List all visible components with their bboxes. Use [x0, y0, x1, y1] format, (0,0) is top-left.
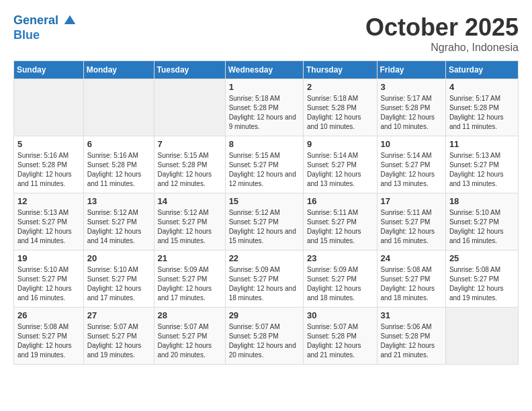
calendar-table: SundayMondayTuesdayWednesdayThursdayFrid… — [13, 60, 519, 365]
day-number: 24 — [381, 253, 442, 263]
day-number: 9 — [307, 139, 373, 149]
calendar-cell — [154, 79, 225, 136]
calendar-cell: 11Sunrise: 5:13 AMSunset: 5:27 PMDayligh… — [445, 136, 518, 193]
day-info: Sunrise: 5:10 AMSunset: 5:27 PMDaylight:… — [17, 265, 80, 303]
week-row-4: 26Sunrise: 5:08 AMSunset: 5:27 PMDayligh… — [14, 308, 519, 365]
calendar-cell: 8Sunrise: 5:15 AMSunset: 5:27 PMDaylight… — [225, 136, 303, 193]
day-number: 30 — [307, 310, 373, 320]
day-number: 14 — [158, 196, 222, 206]
weekday-header-thursday: Thursday — [303, 61, 377, 79]
calendar-cell: 26Sunrise: 5:08 AMSunset: 5:27 PMDayligh… — [14, 308, 84, 365]
day-info: Sunrise: 5:16 AMSunset: 5:28 PMDaylight:… — [87, 151, 150, 189]
calendar-cell: 20Sunrise: 5:10 AMSunset: 5:27 PMDayligh… — [83, 250, 154, 308]
day-info: Sunrise: 5:14 AMSunset: 5:27 PMDaylight:… — [381, 151, 442, 189]
day-info: Sunrise: 5:09 AMSunset: 5:27 PMDaylight:… — [158, 265, 222, 303]
weekday-header-friday: Friday — [377, 61, 445, 79]
page-header: General Blue October 2025 Ngraho, Indone… — [13, 13, 519, 54]
calendar-cell: 16Sunrise: 5:11 AMSunset: 5:27 PMDayligh… — [303, 193, 377, 250]
day-info: Sunrise: 5:15 AMSunset: 5:27 PMDaylight:… — [229, 151, 300, 189]
location: Ngraho, Indonesia — [365, 42, 519, 54]
day-info: Sunrise: 5:10 AMSunset: 5:27 PMDaylight:… — [449, 208, 515, 246]
day-info: Sunrise: 5:09 AMSunset: 5:27 PMDaylight:… — [307, 265, 373, 303]
day-info: Sunrise: 5:14 AMSunset: 5:27 PMDaylight:… — [307, 151, 373, 189]
day-info: Sunrise: 5:16 AMSunset: 5:28 PMDaylight:… — [17, 151, 80, 189]
day-info: Sunrise: 5:12 AMSunset: 5:27 PMDaylight:… — [229, 208, 300, 246]
day-info: Sunrise: 5:08 AMSunset: 5:27 PMDaylight:… — [449, 265, 515, 303]
logo-blue: Blue — [13, 28, 40, 42]
calendar-cell: 1Sunrise: 5:18 AMSunset: 5:28 PMDaylight… — [225, 79, 303, 136]
calendar-cell: 22Sunrise: 5:09 AMSunset: 5:27 PMDayligh… — [225, 250, 303, 308]
calendar-cell: 7Sunrise: 5:15 AMSunset: 5:28 PMDaylight… — [154, 136, 225, 193]
day-number: 20 — [87, 253, 150, 263]
week-row-2: 12Sunrise: 5:13 AMSunset: 5:27 PMDayligh… — [14, 193, 519, 250]
calendar-cell: 14Sunrise: 5:12 AMSunset: 5:27 PMDayligh… — [154, 193, 225, 250]
day-number: 11 — [449, 139, 515, 149]
day-number: 10 — [381, 139, 442, 149]
calendar-cell: 9Sunrise: 5:14 AMSunset: 5:27 PMDaylight… — [303, 136, 377, 193]
day-number: 26 — [17, 310, 80, 320]
calendar-cell: 21Sunrise: 5:09 AMSunset: 5:27 PMDayligh… — [154, 250, 225, 308]
calendar-cell: 4Sunrise: 5:17 AMSunset: 5:28 PMDaylight… — [445, 79, 518, 136]
calendar-cell: 5Sunrise: 5:16 AMSunset: 5:28 PMDaylight… — [14, 136, 84, 193]
calendar-cell: 19Sunrise: 5:10 AMSunset: 5:27 PMDayligh… — [14, 250, 84, 308]
calendar-cell: 3Sunrise: 5:17 AMSunset: 5:28 PMDaylight… — [377, 79, 445, 136]
calendar-cell: 25Sunrise: 5:08 AMSunset: 5:27 PMDayligh… — [445, 250, 518, 308]
calendar-cell: 23Sunrise: 5:09 AMSunset: 5:27 PMDayligh… — [303, 250, 377, 308]
day-info: Sunrise: 5:08 AMSunset: 5:27 PMDaylight:… — [381, 265, 442, 303]
day-number: 5 — [17, 139, 80, 149]
calendar-cell: 31Sunrise: 5:06 AMSunset: 5:28 PMDayligh… — [377, 308, 445, 365]
day-number: 18 — [449, 196, 515, 206]
weekday-header-saturday: Saturday — [445, 61, 518, 79]
day-number: 28 — [158, 310, 222, 320]
weekday-header-row: SundayMondayTuesdayWednesdayThursdayFrid… — [14, 61, 519, 79]
calendar-cell: 28Sunrise: 5:07 AMSunset: 5:27 PMDayligh… — [154, 308, 225, 365]
calendar-cell: 10Sunrise: 5:14 AMSunset: 5:27 PMDayligh… — [377, 136, 445, 193]
day-number: 8 — [229, 139, 300, 149]
day-info: Sunrise: 5:13 AMSunset: 5:27 PMDaylight:… — [17, 208, 80, 246]
day-number: 7 — [158, 139, 222, 149]
day-number: 4 — [449, 82, 515, 92]
week-row-0: 1Sunrise: 5:18 AMSunset: 5:28 PMDaylight… — [14, 79, 519, 136]
day-info: Sunrise: 5:08 AMSunset: 5:27 PMDaylight:… — [17, 322, 80, 360]
day-number: 6 — [87, 139, 150, 149]
month-title: October 2025 — [365, 13, 519, 42]
day-number: 13 — [87, 196, 150, 206]
day-number: 16 — [307, 196, 373, 206]
svg-marker-0 — [64, 15, 76, 24]
calendar-cell: 27Sunrise: 5:07 AMSunset: 5:27 PMDayligh… — [83, 308, 154, 365]
day-number: 2 — [307, 82, 373, 92]
day-number: 21 — [158, 253, 222, 263]
calendar-cell: 30Sunrise: 5:07 AMSunset: 5:28 PMDayligh… — [303, 308, 377, 365]
day-info: Sunrise: 5:07 AMSunset: 5:27 PMDaylight:… — [87, 322, 150, 360]
day-number: 3 — [381, 82, 442, 92]
week-row-1: 5Sunrise: 5:16 AMSunset: 5:28 PMDaylight… — [14, 136, 519, 193]
day-number: 22 — [229, 253, 300, 263]
calendar-cell: 24Sunrise: 5:08 AMSunset: 5:27 PMDayligh… — [377, 250, 445, 308]
day-number: 1 — [229, 82, 300, 92]
day-info: Sunrise: 5:06 AMSunset: 5:28 PMDaylight:… — [381, 322, 442, 360]
day-info: Sunrise: 5:11 AMSunset: 5:27 PMDaylight:… — [307, 208, 373, 246]
day-info: Sunrise: 5:12 AMSunset: 5:27 PMDaylight:… — [158, 208, 222, 246]
weekday-header-wednesday: Wednesday — [225, 61, 303, 79]
day-info: Sunrise: 5:12 AMSunset: 5:27 PMDaylight:… — [87, 208, 150, 246]
day-info: Sunrise: 5:07 AMSunset: 5:28 PMDaylight:… — [307, 322, 373, 360]
logo: General Blue — [13, 13, 77, 42]
day-info: Sunrise: 5:09 AMSunset: 5:27 PMDaylight:… — [229, 265, 300, 303]
day-number: 25 — [449, 253, 515, 263]
calendar-cell — [14, 79, 84, 136]
calendar-cell: 17Sunrise: 5:11 AMSunset: 5:27 PMDayligh… — [377, 193, 445, 250]
calendar-cell: 13Sunrise: 5:12 AMSunset: 5:27 PMDayligh… — [83, 193, 154, 250]
day-info: Sunrise: 5:11 AMSunset: 5:27 PMDaylight:… — [381, 208, 442, 246]
day-info: Sunrise: 5:07 AMSunset: 5:27 PMDaylight:… — [158, 322, 222, 360]
calendar-cell: 18Sunrise: 5:10 AMSunset: 5:27 PMDayligh… — [445, 193, 518, 250]
day-number: 19 — [17, 253, 80, 263]
day-number: 31 — [381, 310, 442, 320]
day-number: 12 — [17, 196, 80, 206]
logo-general: General — [13, 13, 58, 27]
calendar-cell: 12Sunrise: 5:13 AMSunset: 5:27 PMDayligh… — [14, 193, 84, 250]
day-info: Sunrise: 5:18 AMSunset: 5:28 PMDaylight:… — [307, 94, 373, 132]
day-number: 15 — [229, 196, 300, 206]
calendar-cell: 15Sunrise: 5:12 AMSunset: 5:27 PMDayligh… — [225, 193, 303, 250]
day-number: 27 — [87, 310, 150, 320]
calendar-cell: 2Sunrise: 5:18 AMSunset: 5:28 PMDaylight… — [303, 79, 377, 136]
